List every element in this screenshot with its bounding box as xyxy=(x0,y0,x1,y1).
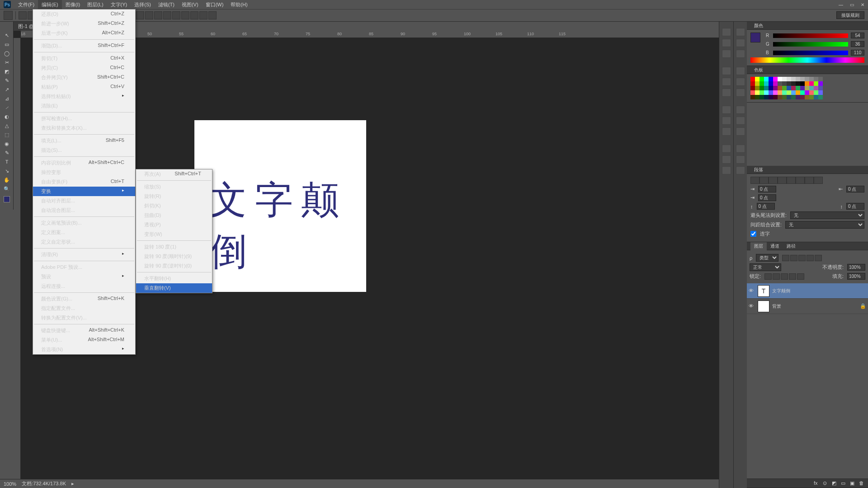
layer-thumbnail[interactable] xyxy=(758,300,769,312)
align-button[interactable] xyxy=(760,177,769,184)
swatch[interactable] xyxy=(778,95,782,99)
hyphenate-checkbox[interactable] xyxy=(750,231,756,237)
tool-button[interactable]: ✂ xyxy=(0,58,14,67)
layer-filter-type[interactable]: 类型 xyxy=(756,254,778,262)
swatch[interactable] xyxy=(782,77,787,81)
menu-item[interactable]: 键盘快捷键...Alt+Shift+Ctrl+K xyxy=(33,326,135,335)
move-tool-preset-icon[interactable] xyxy=(4,11,13,20)
tool-button[interactable]: ↘ xyxy=(0,166,14,175)
swatch[interactable] xyxy=(778,86,782,90)
tool-button[interactable]: ◩ xyxy=(0,67,14,76)
b-slider[interactable] xyxy=(773,51,848,55)
menu-item[interactable]: 远程连接... xyxy=(33,282,135,291)
menu-item[interactable]: 查找和替换文本(X)... xyxy=(33,123,135,133)
layer-icon[interactable] xyxy=(764,273,772,280)
tool-button[interactable]: ⬚ xyxy=(0,130,14,139)
panel-icon[interactable] xyxy=(736,117,745,125)
panel-icon[interactable] xyxy=(736,67,745,75)
layer-icon[interactable] xyxy=(782,255,789,261)
space-after-input[interactable] xyxy=(846,203,864,210)
menu-item[interactable]: 旋转 90 度(顺时针)(9) xyxy=(136,252,212,261)
align-button[interactable] xyxy=(769,177,778,184)
menu-item[interactable]: 预设 xyxy=(33,272,135,282)
menu-item[interactable]: 前进一步(W)Shift+Ctrl+Z xyxy=(33,19,135,28)
swatch[interactable] xyxy=(778,81,782,86)
swatch[interactable] xyxy=(791,86,796,90)
layer-row[interactable]: 👁背景🔒 xyxy=(747,299,868,314)
swatch[interactable] xyxy=(750,77,755,81)
align-button[interactable] xyxy=(796,177,805,184)
panel-icon[interactable] xyxy=(736,78,745,86)
swatch[interactable] xyxy=(787,77,791,81)
menu-item[interactable]: 还原(O)Ctrl+Z xyxy=(33,9,135,19)
panel-icon[interactable] xyxy=(736,28,745,36)
swatch[interactable] xyxy=(778,90,782,95)
layer-icon[interactable] xyxy=(798,255,806,261)
menubar-item[interactable]: 窗口(W) xyxy=(202,0,227,9)
swatch[interactable] xyxy=(760,95,764,99)
layer-icon[interactable] xyxy=(773,273,780,280)
layer-row[interactable]: 👁T文字颠倒 xyxy=(747,283,868,299)
tool-button[interactable]: ✋ xyxy=(0,175,14,184)
swatch[interactable] xyxy=(809,95,814,99)
swatch[interactable] xyxy=(750,90,755,95)
menu-item[interactable]: 粘贴(P)Ctrl+V xyxy=(33,82,135,92)
swatch[interactable] xyxy=(760,81,764,86)
layer-action-icon[interactable]: fx xyxy=(814,480,820,487)
panel-icon[interactable] xyxy=(722,106,731,114)
menu-item[interactable]: 斜切(K) xyxy=(136,201,212,211)
layer-action-icon[interactable]: 🗑 xyxy=(859,480,865,487)
foreground-color-icon[interactable] xyxy=(4,196,10,202)
swatch[interactable] xyxy=(805,95,809,99)
swatch[interactable] xyxy=(773,90,778,95)
options-icon[interactable] xyxy=(154,11,162,19)
swatch[interactable] xyxy=(764,90,769,95)
align-button[interactable] xyxy=(814,177,823,184)
swatch[interactable] xyxy=(796,90,800,95)
menubar-item[interactable]: 选择(S) xyxy=(131,0,155,9)
layer-thumbnail[interactable]: T xyxy=(758,285,769,297)
tool-button[interactable]: ✎ xyxy=(0,148,14,157)
tool-button[interactable]: ▭ xyxy=(0,40,14,49)
r-slider[interactable] xyxy=(773,33,848,38)
swatch[interactable] xyxy=(814,86,818,90)
menubar-item[interactable]: 视图(V) xyxy=(178,0,202,9)
swatch[interactable] xyxy=(818,77,823,81)
tool-button[interactable]: 🔍 xyxy=(0,184,14,193)
swatch[interactable] xyxy=(787,95,791,99)
swatch[interactable] xyxy=(764,95,769,99)
panel-icon[interactable] xyxy=(722,28,731,36)
layer-action-icon[interactable]: ▭ xyxy=(841,480,847,487)
layer-icon[interactable] xyxy=(781,273,788,280)
paragraph-tab[interactable]: 段落 xyxy=(750,166,767,174)
panel-icon[interactable] xyxy=(722,50,731,58)
r-value[interactable]: 54 xyxy=(851,33,864,38)
swatch[interactable] xyxy=(755,77,760,81)
indent-left-input[interactable] xyxy=(758,186,776,192)
foreground-color-swatch[interactable] xyxy=(750,33,760,42)
tool-button[interactable]: ✎ xyxy=(0,76,14,85)
swatch[interactable] xyxy=(800,95,805,99)
menubar-item[interactable]: 滤镜(T) xyxy=(155,0,178,9)
color-tab[interactable]: 颜色 xyxy=(750,22,767,30)
swatch[interactable] xyxy=(750,81,755,86)
fill-input[interactable] xyxy=(847,273,865,280)
blend-mode-select[interactable]: 正常 xyxy=(750,263,781,271)
swatch[interactable] xyxy=(773,81,778,86)
panel-icon[interactable] xyxy=(722,39,731,47)
swatch[interactable] xyxy=(809,81,814,86)
opacity-input[interactable] xyxy=(847,264,865,271)
swatch[interactable] xyxy=(787,81,791,86)
panel-icon[interactable] xyxy=(722,67,731,75)
menu-item[interactable]: 选择性粘贴(I) xyxy=(33,92,135,101)
avoid-head-select[interactable]: 无 xyxy=(790,211,864,219)
swatch[interactable] xyxy=(750,86,755,90)
tool-button[interactable]: ◐ xyxy=(0,112,14,121)
panel-icon[interactable] xyxy=(722,78,731,86)
tool-button[interactable]: ◯ xyxy=(0,49,14,58)
layer-icon[interactable] xyxy=(815,255,822,261)
indent-first-input[interactable] xyxy=(758,194,776,201)
visibility-icon[interactable]: 👁 xyxy=(749,303,755,310)
menubar-item[interactable]: 帮助(H) xyxy=(227,0,251,9)
panel-icon[interactable] xyxy=(722,155,731,164)
